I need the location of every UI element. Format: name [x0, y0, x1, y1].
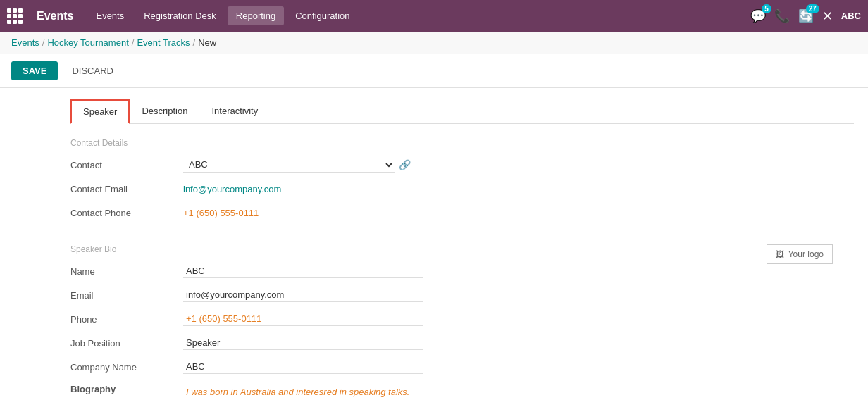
email-row: Email	[70, 285, 854, 305]
company-name-label: Company Name	[70, 362, 183, 373]
external-link-icon[interactable]: 🔗	[399, 159, 411, 170]
breadcrumb-sep-3: /	[193, 37, 196, 48]
refresh-badge: 27	[806, 4, 819, 13]
menu-configuration[interactable]: Configuration	[287, 6, 358, 25]
user-name: ABC	[841, 11, 861, 21]
email-input[interactable]	[183, 288, 423, 302]
logo-placeholder[interactable]: 🖼 Your logo	[767, 244, 833, 264]
contact-phone-row: Contact Phone +1 (650) 555-0111	[70, 203, 854, 223]
contact-email-value[interactable]: info@yourcompany.com	[183, 184, 854, 194]
contact-phone-label: Contact Phone	[70, 208, 183, 218]
phone-icon-button[interactable]: 📞	[774, 8, 790, 24]
breadcrumb-hockey-tournament[interactable]: Hockey Tournament	[47, 37, 128, 48]
company-name-input[interactable]	[183, 360, 423, 374]
tab-interactivity[interactable]: Interactivity	[199, 99, 270, 124]
job-position-label: Job Position	[70, 338, 183, 349]
contact-label: Contact	[70, 160, 183, 170]
breadcrumb-sep-2: /	[132, 37, 135, 48]
menu-reporting[interactable]: Reporting	[228, 6, 284, 25]
contact-email-label: Contact Email	[70, 184, 183, 194]
save-button[interactable]: SAVE	[11, 61, 58, 80]
chat-icon-button[interactable]: 💬 5	[750, 8, 766, 24]
discard-button[interactable]: DISCARD	[65, 61, 120, 80]
email-label: Email	[70, 290, 183, 301]
grid-icon	[7, 8, 24, 24]
company-name-row: Company Name	[70, 357, 854, 377]
left-sidebar	[0, 88, 56, 419]
phone-row: Phone	[70, 309, 854, 329]
biography-label: Biography	[70, 384, 183, 394]
menu-events[interactable]: Events	[87, 6, 132, 25]
chat-badge: 5	[762, 4, 771, 13]
section-divider	[70, 237, 854, 237]
app-name: Events	[37, 10, 73, 23]
form-area: Speaker Description Interactivity Contac…	[56, 88, 868, 419]
name-input[interactable]	[183, 264, 423, 278]
breadcrumb: Events / Hockey Tournament / Event Track…	[0, 32, 868, 54]
menu-registration-desk[interactable]: Registration Desk	[135, 6, 225, 25]
logo-icon: 🖼	[776, 249, 784, 259]
contact-email-row: Contact Email info@yourcompany.com	[70, 179, 854, 199]
name-row: Name	[70, 261, 854, 281]
job-position-row: Job Position	[70, 333, 854, 353]
name-label: Name	[70, 266, 183, 277]
speaker-bio-section: Speaker Bio 🖼 Your logo Name Email Phone…	[70, 244, 854, 404]
contact-field: ABC 🔗	[183, 157, 411, 173]
main-content: Speaker Description Interactivity Contac…	[0, 88, 868, 419]
logo-label: Your logo	[788, 249, 824, 259]
contact-details-title: Contact Details	[70, 138, 854, 148]
breadcrumb-new: New	[198, 37, 216, 48]
action-bar: SAVE DISCARD	[0, 54, 868, 88]
contact-phone-value: +1 (650) 555-0111	[183, 208, 854, 218]
refresh-icon-button[interactable]: 🔄 27	[798, 8, 814, 24]
biography-row: Biography I was born in Australia and in…	[70, 384, 854, 404]
top-menu: Events Registration Desk Reporting Confi…	[87, 6, 750, 25]
breadcrumb-event-tracks[interactable]: Event Tracks	[137, 37, 190, 48]
apps-grid[interactable]	[7, 8, 28, 24]
tabs: Speaker Description Interactivity	[70, 99, 854, 124]
tab-description[interactable]: Description	[130, 99, 199, 124]
contact-details-section: Contact Details Contact ABC 🔗 Contact Em…	[70, 138, 854, 223]
contact-row: Contact ABC 🔗	[70, 155, 854, 175]
phone-input[interactable]	[183, 312, 423, 326]
job-position-input[interactable]	[183, 336, 423, 350]
close-icon-button[interactable]: ✕	[822, 8, 833, 24]
phone-label: Phone	[70, 314, 183, 325]
tab-speaker[interactable]: Speaker	[70, 99, 130, 124]
breadcrumb-events[interactable]: Events	[11, 37, 39, 48]
top-navigation: Events Events Registration Desk Reportin…	[0, 0, 868, 32]
topnav-right: 💬 5 📞 🔄 27 ✕ ABC	[750, 8, 861, 24]
biography-value[interactable]: I was born in Australia and interesred i…	[183, 384, 412, 400]
speaker-bio-title: Speaker Bio	[70, 244, 854, 254]
contact-select[interactable]: ABC	[183, 157, 395, 173]
breadcrumb-sep-1: /	[42, 37, 45, 48]
